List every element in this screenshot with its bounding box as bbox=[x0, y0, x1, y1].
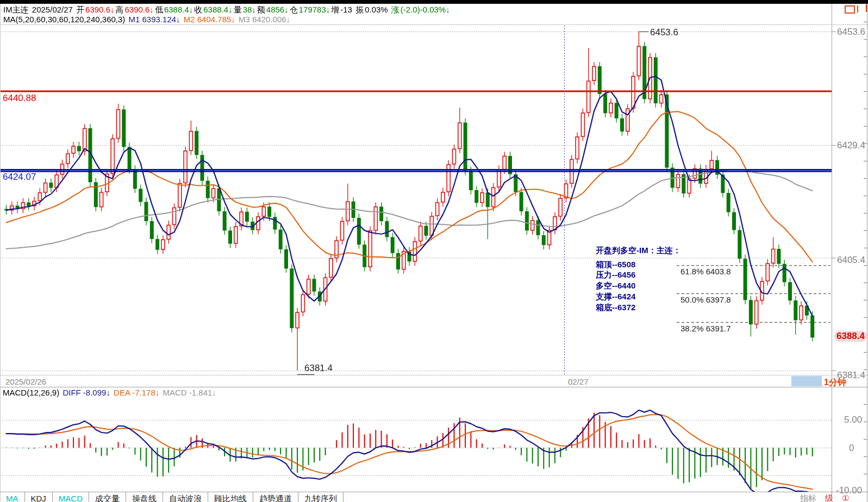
macd-field: MACD -1.841↓ bbox=[163, 388, 216, 397]
quote-summary-row: IM主连 2025/02/27 开6390.6↓高6390.6↓低6388.4↓… bbox=[3, 5, 451, 15]
quote-field: 6390.6↓ bbox=[85, 5, 114, 14]
time-axis-strip bbox=[0, 375, 868, 387]
window-edge-marker-icon bbox=[855, 5, 858, 12]
annotation-line: 多空--6440 bbox=[596, 280, 681, 291]
macd-field: DEA -7.178↓ bbox=[114, 388, 161, 397]
quote-field: 38↓ bbox=[243, 5, 256, 14]
restore-window-icon[interactable] bbox=[845, 5, 855, 14]
ma-field: MA(5,20,60,30,60,120,240,360,3) bbox=[3, 15, 128, 24]
panel-border bbox=[0, 492, 868, 492]
panel-border bbox=[0, 387, 868, 387]
quote-field: 量 bbox=[234, 5, 242, 14]
quote-field: 6390.6↓ bbox=[124, 5, 153, 14]
annotation-line: 箱顶--6508 bbox=[596, 259, 681, 270]
quote-field: 4856↓ bbox=[266, 5, 289, 14]
quote-field: 0.03% bbox=[365, 5, 390, 14]
session-date-label: 2025/02/26 bbox=[5, 377, 46, 386]
macd-field: DIFF -8.099↓ bbox=[63, 388, 113, 397]
price-axis-label: 6405.4 bbox=[837, 255, 865, 266]
quote-field: 增 bbox=[331, 5, 339, 14]
footer-item: 指标 bbox=[800, 493, 816, 502]
strategy-annotation: 开盘判多空-IM：主连： 箱顶--6508 压力--6456 多空--6440 … bbox=[596, 245, 681, 312]
scrollbar-thumb[interactable] bbox=[791, 376, 822, 386]
ma-field: M3 6420.006↓ bbox=[239, 15, 290, 24]
quote-field: 高 bbox=[115, 5, 123, 14]
quote-field: 仓 bbox=[290, 5, 298, 14]
annotation-line: 箱底--6372 bbox=[596, 302, 681, 313]
quote-field: 收 bbox=[194, 5, 202, 14]
macd-axis-label: 0 bbox=[849, 443, 854, 454]
window-right-border bbox=[867, 4, 867, 502]
ma-field: M2 6404.785↓ bbox=[184, 15, 238, 24]
indicator-tab[interactable]: 操盘线 bbox=[126, 492, 163, 502]
quote-field: (-2.0)-0.03%↓ bbox=[401, 5, 450, 14]
indicator-tab-bar: MAKDJMACD成交量操盘线自动波浪顾比均线趋势通道九转序列 bbox=[0, 492, 832, 502]
indicator-tab[interactable]: MACD bbox=[53, 492, 89, 502]
quote-field: 2025/02/27 bbox=[32, 5, 75, 14]
annotation-line: 支撑--6424 bbox=[596, 291, 681, 302]
panel-border bbox=[0, 24, 868, 25]
macd-summary-row: MACD(12,26,9) DIFF -8.099↓ DEA -7.178↓ M… bbox=[3, 388, 217, 397]
session-date-label: 02/27 bbox=[568, 377, 589, 386]
ma-summary-row: MA(5,20,60,30,60,120,240,360,3) M1 6393.… bbox=[3, 15, 291, 24]
annotation-title: 开盘判多空-IM：主连： bbox=[596, 245, 681, 256]
indicator-tab[interactable]: 成交量 bbox=[89, 492, 126, 502]
trading-terminal-window: IM主连 2025/02/27 开6390.6↓高6390.6↓低6388.4↓… bbox=[0, 0, 868, 502]
indicator-tab[interactable]: 顾比均线 bbox=[208, 492, 253, 502]
quote-field: -13 bbox=[340, 5, 354, 14]
fib-level-label: 61.8% 6403.8 bbox=[680, 267, 731, 276]
indicator-tab[interactable]: KDJ bbox=[25, 492, 53, 502]
indicator-tab[interactable]: 自动波浪 bbox=[163, 492, 208, 502]
low-callout: 6381.4 bbox=[304, 363, 333, 374]
axis-divider bbox=[832, 4, 832, 502]
price-axis-label: 6453.6 bbox=[837, 27, 865, 37]
support-line-label: 6424.07 bbox=[3, 172, 36, 183]
macd-field: MACD(12,26,9) bbox=[3, 388, 61, 397]
quote-field: 6388.4↓ bbox=[203, 5, 232, 14]
quote-field: 低 bbox=[155, 5, 163, 14]
quote-field: 振 bbox=[355, 5, 364, 14]
quote-field: 涨 bbox=[391, 5, 399, 14]
chart-canvas[interactable] bbox=[0, 0, 868, 502]
resistance-line-label: 6440.88 bbox=[3, 93, 36, 104]
annotation-line: 压力--6456 bbox=[596, 269, 681, 280]
price-axis-label: 6429.4 bbox=[837, 140, 865, 151]
fib-level-label: 50.0% 6397.8 bbox=[680, 295, 731, 304]
panel-border bbox=[0, 4, 1, 502]
high-callout: 6453.6 bbox=[650, 27, 678, 38]
window-title-bar bbox=[0, 0, 868, 4]
footer-item: ① bbox=[842, 493, 849, 502]
indicator-tab[interactable]: 趋势通道 bbox=[253, 492, 298, 502]
quote-field: 开 bbox=[76, 5, 84, 14]
macd-axis-label: 5.00 bbox=[844, 415, 862, 425]
indicator-tab[interactable]: MA bbox=[0, 492, 25, 502]
last-price-badge: 6388.4 bbox=[834, 331, 867, 342]
quote-field: 6388.4↓ bbox=[164, 5, 193, 14]
quote-field: IM主连 bbox=[3, 5, 31, 14]
quote-field: 额 bbox=[257, 5, 265, 14]
footer-fragment: 指标级① bbox=[800, 493, 858, 502]
ma-field: M1 6393.124↓ bbox=[129, 15, 183, 24]
fib-level-label: 38.2% 6391.7 bbox=[680, 324, 731, 333]
panel-border bbox=[0, 375, 868, 375]
quote-field: 179783↓ bbox=[299, 5, 330, 14]
indicator-tab[interactable]: 九转序列 bbox=[298, 492, 344, 502]
